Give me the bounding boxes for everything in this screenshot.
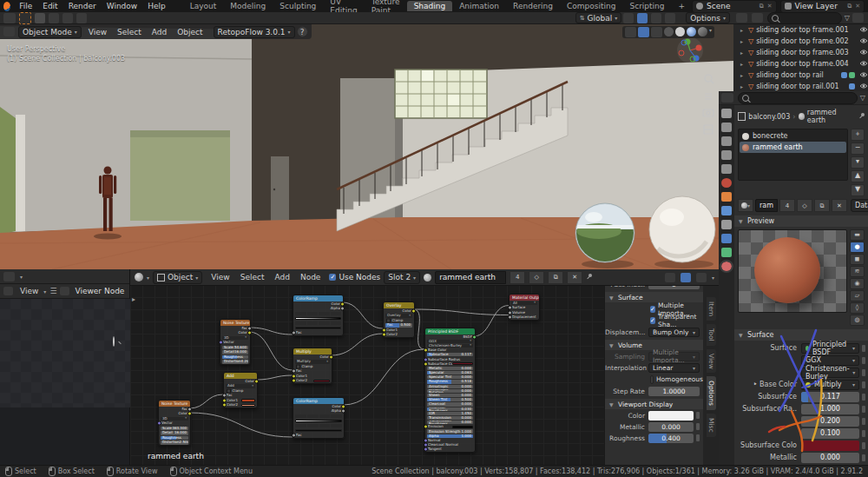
sidebar-tab-view[interactable]: View bbox=[707, 349, 716, 374]
shading-solid-icon[interactable] bbox=[675, 27, 685, 36]
expand-icon[interactable]: ▸ bbox=[740, 61, 746, 67]
workspace-tab-sculpting[interactable]: Sculpting bbox=[273, 1, 323, 11]
color-swatch[interactable] bbox=[801, 441, 859, 451]
node-link[interactable] bbox=[256, 375, 293, 380]
proportional-edit-icon[interactable] bbox=[651, 13, 661, 23]
image-view-menu[interactable]: View bbox=[18, 287, 40, 295]
material-name-field[interactable]: ram bbox=[755, 199, 778, 212]
overlays-icon[interactable] bbox=[638, 27, 649, 37]
input-socket[interactable] bbox=[382, 333, 386, 337]
fake-user-shield-icon[interactable]: ◇ bbox=[529, 271, 544, 284]
node-select[interactable]: Multiply▾ bbox=[295, 360, 330, 364]
ramp-control[interactable] bbox=[295, 312, 306, 316]
shader-node-principled[interactable]: Principled BSDFBSDFGGX▾Christensen-Burle… bbox=[424, 328, 476, 453]
shader-menu-view[interactable]: View bbox=[206, 273, 234, 282]
properties-tab-11[interactable] bbox=[721, 262, 732, 271]
output-socket[interactable] bbox=[187, 407, 192, 411]
node-link[interactable] bbox=[189, 413, 293, 437]
options-dropdown[interactable]: Options▾ bbox=[686, 12, 730, 23]
shading-wireframe-icon[interactable] bbox=[664, 27, 674, 36]
outliner-item[interactable]: ▸▽sliding door top frame.003 bbox=[733, 47, 868, 58]
node-slider[interactable]: Metallic0.000 bbox=[427, 367, 473, 370]
input-socket[interactable] bbox=[222, 403, 227, 407]
snap-toggle-icon[interactable] bbox=[637, 13, 648, 23]
ramp-control[interactable] bbox=[295, 321, 306, 326]
node-slider[interactable]: Roughness0.518 bbox=[427, 380, 473, 383]
shading-dropdown-icon[interactable]: ▾ bbox=[709, 27, 712, 37]
properties-tab-1[interactable] bbox=[721, 123, 732, 132]
retopoflow-dropdown[interactable]: RetopoFlow 3.0.1▾ bbox=[214, 26, 295, 38]
outliner-item[interactable]: ▸▽sliding door top rail.001 bbox=[733, 81, 868, 91]
interpolation-dropdown[interactable]: Linear▾ bbox=[648, 363, 700, 373]
shader-menu-select[interactable]: Select bbox=[235, 273, 270, 282]
node-checkbox[interactable]: Clamp bbox=[386, 318, 403, 322]
use-nodes-checkbox[interactable]: ✓Use Nodes bbox=[329, 273, 380, 282]
animate-dot[interactable] bbox=[862, 430, 865, 437]
shader-node-add[interactable]: AddColorAdd▾ClampFacColor1Color2 bbox=[223, 372, 258, 408]
blender-logo-icon[interactable] bbox=[3, 2, 10, 11]
falloff-icon[interactable] bbox=[665, 13, 675, 23]
node-link[interactable] bbox=[331, 334, 383, 355]
ramp-control[interactable] bbox=[331, 414, 342, 419]
shader-editor-icon[interactable] bbox=[135, 273, 143, 282]
retopoflow-help-button[interactable]: ? bbox=[297, 26, 308, 37]
ramp-control[interactable] bbox=[319, 414, 331, 419]
properties-search-input[interactable] bbox=[738, 92, 858, 104]
visibility-eye-icon[interactable] bbox=[859, 37, 868, 46]
step-rate-field[interactable]: 1.0000 bbox=[648, 387, 700, 396]
viewport-menu-view[interactable]: View bbox=[83, 28, 112, 36]
app-menu-render[interactable]: Render bbox=[63, 2, 102, 10]
sampling-dropdown[interactable]: Multiple Importa...▾ bbox=[648, 352, 700, 361]
node-slider[interactable]: Specular0.063 bbox=[427, 371, 473, 374]
sidebar-tab-misc[interactable]: Misc bbox=[707, 414, 716, 437]
output-socket[interactable] bbox=[341, 404, 345, 408]
preview-type-4[interactable]: ◉ bbox=[850, 278, 865, 289]
property-field[interactable]: 0.200 bbox=[801, 416, 859, 427]
colorramp-active-color[interactable] bbox=[295, 429, 342, 433]
property-dropdown[interactable]: Multiply▾ bbox=[801, 380, 859, 390]
expand-icon[interactable]: ▸ bbox=[740, 27, 746, 33]
image-browse-icon[interactable] bbox=[60, 287, 69, 295]
select-mode-3-icon[interactable] bbox=[62, 13, 73, 23]
ramp-control[interactable] bbox=[319, 321, 330, 326]
outliner-filter-id-icon[interactable] bbox=[752, 13, 763, 23]
node-value-field[interactable]: Detail16.000 bbox=[161, 431, 188, 435]
properties-filter-icon[interactable]: ▽ bbox=[860, 94, 865, 102]
select-mode-4-icon[interactable] bbox=[76, 13, 87, 23]
breadcrumb-material[interactable]: rammed earth bbox=[807, 109, 853, 124]
animate-dot[interactable] bbox=[862, 406, 865, 413]
input-socket[interactable] bbox=[219, 341, 223, 345]
input-socket[interactable] bbox=[157, 421, 161, 426]
shader-node-multiply[interactable]: MultiplyColorMultiply▾ClampFacColor1Colo… bbox=[293, 348, 332, 384]
data-link-dropdown[interactable]: Data▾ bbox=[851, 199, 868, 212]
node-slider[interactable]: Specular Tint0.000 bbox=[427, 375, 473, 379]
properties-editor-icon[interactable] bbox=[721, 93, 733, 103]
filter-funnel-icon[interactable]: ▽ bbox=[845, 14, 850, 22]
preview-type-0[interactable]: ▬ bbox=[850, 229, 865, 241]
ramp-control[interactable] bbox=[307, 414, 319, 419]
preview-type-1[interactable]: ● bbox=[850, 242, 865, 253]
copy-icon[interactable]: ⧉ bbox=[760, 3, 764, 10]
material-slot[interactable]: rammed earth bbox=[740, 142, 846, 153]
ramp-control[interactable] bbox=[319, 424, 331, 428]
output-socket[interactable] bbox=[187, 412, 192, 416]
node-slider[interactable]: Sheen0.000 bbox=[427, 394, 473, 397]
node-slider[interactable]: Clearcoat Roughness0.030 bbox=[427, 407, 473, 411]
node-slider[interactable]: Anisotropic Rotation0.000 bbox=[427, 389, 473, 393]
node-link[interactable] bbox=[342, 302, 383, 328]
material-browse-icon[interactable]: ▾ bbox=[738, 199, 753, 212]
viewport-roughness-field[interactable]: 0.400 bbox=[648, 434, 694, 443]
viewport-editor-icon[interactable] bbox=[3, 27, 15, 36]
colorramp-active-color[interactable] bbox=[295, 327, 341, 330]
animate-dot[interactable] bbox=[862, 345, 865, 352]
expand-icon[interactable]: ▸ bbox=[740, 50, 746, 56]
property-dropdown[interactable]: Christensen-Burley▾ bbox=[801, 368, 859, 378]
new-copy-icon[interactable]: ⧉ bbox=[548, 271, 563, 284]
preview-type-3[interactable]: ≋ bbox=[850, 266, 865, 277]
properties-tab-2[interactable] bbox=[721, 136, 732, 146]
colorramp-gradient[interactable] bbox=[295, 420, 342, 423]
expand-icon[interactable]: ▸ bbox=[740, 38, 746, 44]
close-icon[interactable]: ✕ bbox=[855, 3, 860, 10]
new-copy-icon[interactable]: ⧉ bbox=[814, 199, 830, 212]
material-slot[interactable]: bonecrete bbox=[740, 130, 846, 142]
